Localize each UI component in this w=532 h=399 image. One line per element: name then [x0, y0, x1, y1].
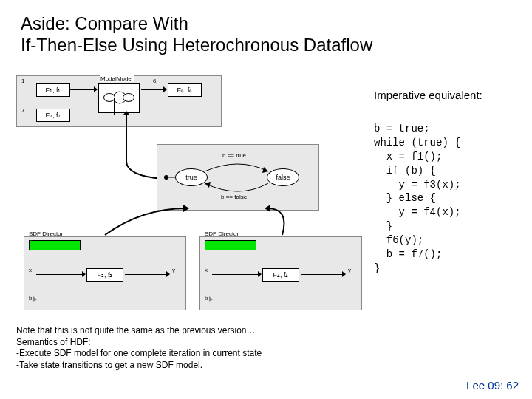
port-x-left: x: [29, 267, 32, 273]
port-b-right: b: [205, 295, 208, 301]
sdf-dir-label-right: SDF Director: [205, 231, 239, 237]
wire-f3-y: [125, 274, 169, 275]
arrow-modal-fsm: [123, 111, 129, 115]
right-column: Imperative equivalent: b = true; while (…: [374, 89, 522, 276]
wire-1-modal: [70, 89, 97, 90]
svg-marker-0: [262, 167, 268, 173]
diagram-area: 1 6 7 F₁, f₁ F₆, f₆ F₇, f₇ ModalModel tr…: [16, 75, 364, 312]
port-b-icon-left: [33, 296, 37, 302]
arrow-f4-y: [342, 271, 346, 277]
slide-footer: Lee 09: 62: [466, 379, 519, 392]
block-f1: F₁, f₁: [36, 83, 70, 97]
arrow-1-modal: [94, 86, 98, 92]
svg-point-2: [164, 175, 168, 180]
svg-marker-1: [205, 182, 211, 188]
port-1-label: 1: [21, 78, 24, 84]
slide-title: Aside: Compare With If-Then-Else Using H…: [0, 0, 532, 56]
modal-label: ModalModel: [100, 75, 134, 82]
title-line1: Aside: Compare With: [21, 13, 188, 33]
wire-x-f3: [36, 274, 85, 275]
sdf-right-panel: SDF Director x y b F₄, f₄: [200, 236, 362, 310]
wire-f4-y: [301, 274, 345, 275]
sdf-left-panel: SDF Director x y b F₃, f₃: [24, 236, 186, 310]
sdf-director-right: [205, 240, 256, 250]
port-7-label: 7: [21, 107, 24, 114]
footnote: Note that this is not quite the same as …: [16, 325, 400, 371]
wire-x-f4: [212, 274, 261, 275]
top-panel: 1 6 7 F₁, f₁ F₆, f₆ F₇, f₇ ModalModel: [16, 75, 222, 127]
fsm-panel: true false b == true b == false: [157, 144, 319, 211]
port-b-icon-right: [209, 296, 213, 302]
modal-arcs: [99, 84, 140, 114]
port-y-left: y: [172, 267, 175, 273]
title-line2: If-Then-Else Using Heterochronous Datafl…: [21, 35, 372, 55]
block-f3: F₃, f₃: [86, 268, 123, 282]
wire-7-modal-v: [114, 98, 115, 115]
sdf-director-left: [29, 240, 81, 250]
arrow-x-f4: [258, 271, 262, 277]
port-y-right: y: [348, 267, 351, 273]
port-b-left: b: [29, 295, 32, 301]
block-f4: F₄, f₄: [262, 268, 299, 282]
sdf-dir-label-left: SDF Director: [29, 231, 63, 237]
arrow-modal-6: [163, 86, 167, 92]
port-x-right: x: [205, 267, 208, 273]
arrow-x-f3: [82, 271, 86, 277]
imperative-label: Imperative equivalent:: [374, 89, 522, 101]
port-6-label: 6: [153, 78, 156, 84]
modal-block: [98, 83, 140, 113]
code-block: b = true; while (true) { x = f1(); if (b…: [374, 122, 522, 276]
wire-7-modal-h: [70, 115, 115, 115]
block-f7: F₇, f₇: [36, 109, 70, 122]
wire-modal-6: [141, 89, 166, 90]
block-f6: F₆, f₆: [168, 83, 202, 97]
fsm-arcs: [157, 145, 320, 211]
connector-modal-fsm: [126, 114, 127, 166]
arrow-f3-y: [166, 271, 170, 277]
